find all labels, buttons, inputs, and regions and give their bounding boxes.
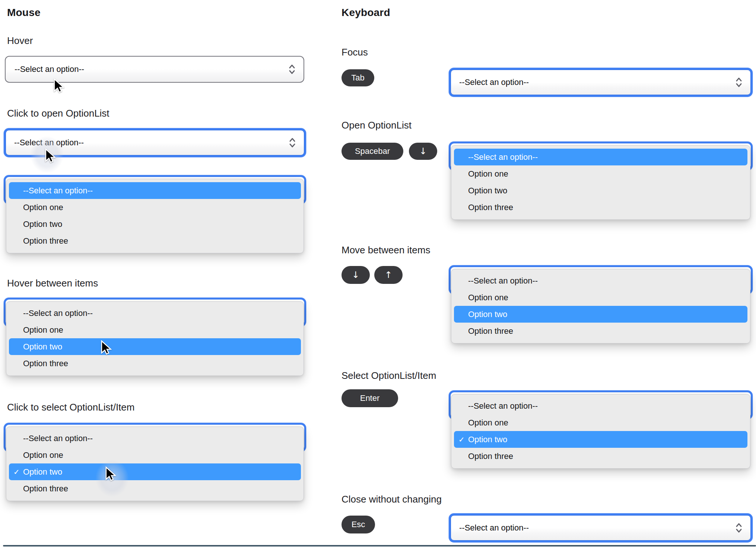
option-label: Option two [23, 342, 62, 352]
optionlist-panel: --Select an option-- Option one Option t… [6, 301, 304, 376]
option-label: --Select an option-- [23, 308, 93, 318]
stepper-icon [289, 137, 296, 148]
check-icon: ✓ [458, 435, 465, 444]
optionlist-dropdown-open: --Select an option-- Option one Option t… [4, 175, 306, 255]
key-badge-spacebar: Spacebar [342, 143, 403, 160]
optionlist-panel: --Select an option-- Option one Option t… [451, 269, 750, 343]
key-badge-tab: Tab [342, 69, 374, 86]
key-badge-arrow-down: ↓ [342, 266, 370, 284]
optionlist-dropdown-move: --Select an option-- Option one Option t… [449, 265, 753, 345]
optionlist-panel: --Select an option-- Option one Option t… [451, 145, 750, 220]
option-label: Option three [468, 452, 513, 461]
option-label: --Select an option-- [468, 401, 538, 411]
option-row-placeholder[interactable]: --Select an option-- [9, 305, 301, 321]
keyboard-heading: Keyboard [342, 7, 390, 19]
option-row-three[interactable]: Option three [9, 232, 301, 249]
cursor-icon [53, 78, 64, 94]
option-row-two[interactable]: Option two [454, 306, 747, 323]
option-row-three[interactable]: Option three [9, 480, 301, 497]
hover-items-label: Hover between items [7, 278, 98, 289]
option-row-three[interactable]: Option three [454, 323, 747, 339]
optionlist-dropdown-hover: --Select an option-- Option one Option t… [4, 298, 306, 377]
option-row-one[interactable]: Option one [454, 289, 747, 306]
optionlist-panel: --Select an option-- Option one ✓ Option… [6, 427, 304, 501]
option-label: Option two [23, 219, 62, 229]
optionlist-panel: --Select an option-- Option one ✓ Option… [451, 394, 750, 469]
option-label: Option three [23, 359, 68, 368]
move-items-label: Move between items [342, 244, 430, 256]
bottom-divider [3, 545, 756, 547]
option-row-three[interactable]: Option three [9, 355, 301, 372]
optionlist-dropdown-open-kb: --Select an option-- Option one Option t… [449, 142, 753, 221]
mouse-heading: Mouse [7, 7, 41, 19]
stepper-icon [736, 77, 742, 88]
focus-select[interactable]: --Select an option-- [449, 68, 753, 97]
option-label: Option two [468, 310, 507, 319]
option-label: --Select an option-- [468, 276, 538, 286]
option-label: --Select an option-- [23, 434, 93, 443]
focus-label: Focus [342, 47, 368, 58]
option-label: Option two [23, 467, 62, 477]
option-label: Option three [23, 484, 68, 494]
option-row-placeholder[interactable]: --Select an option-- [454, 149, 747, 165]
option-row-one[interactable]: Option one [9, 447, 301, 463]
option-row-two[interactable]: Option two [9, 338, 301, 355]
option-row-placeholder[interactable]: --Select an option-- [454, 397, 747, 414]
option-row-two[interactable]: Option two [454, 182, 747, 199]
click-open-label: Click to open OptionList [7, 108, 109, 119]
optionlist-panel: --Select an option-- Option one Option t… [6, 179, 304, 253]
open-optionlist-label: Open OptionList [342, 120, 412, 131]
option-row-one[interactable]: Option one [9, 199, 301, 216]
key-badge-arrow-down: ↓ [409, 143, 437, 160]
option-label: Option three [23, 236, 68, 246]
option-label: Option two [468, 435, 507, 444]
option-row-one[interactable]: Option one [454, 414, 747, 431]
hover-label: Hover [7, 35, 33, 47]
stepper-icon [289, 64, 295, 75]
option-label: Option one [23, 203, 63, 212]
select-placeholder: --Select an option-- [15, 64, 84, 74]
hover-select[interactable]: --Select an option-- [5, 56, 304, 83]
select-item-label: Select OptionList/Item [342, 370, 436, 381]
cursor-icon [105, 466, 116, 482]
key-badge-arrow-up: ↑ [374, 266, 403, 284]
option-row-three[interactable]: Option three [454, 448, 747, 465]
option-label: --Select an option-- [468, 152, 538, 162]
key-badge-enter: Enter [342, 389, 398, 407]
close-label: Close without changing [342, 494, 442, 505]
check-icon: ✓ [13, 468, 20, 476]
option-row-placeholder[interactable]: --Select an option-- [9, 430, 301, 447]
select-placeholder: --Select an option-- [459, 77, 529, 87]
page: Mouse Hover --Select an option-- Click t… [0, 0, 756, 548]
option-label: Option three [468, 203, 513, 212]
option-row-three[interactable]: Option three [454, 199, 747, 216]
option-row-two[interactable]: Option two [9, 216, 301, 232]
option-row-one[interactable]: Option one [454, 165, 747, 182]
close-select[interactable]: --Select an option-- [449, 513, 753, 542]
option-row-one[interactable]: Option one [9, 321, 301, 338]
option-row-placeholder[interactable]: --Select an option-- [454, 272, 747, 289]
option-label: Option one [23, 325, 63, 335]
option-label: Option one [468, 418, 508, 428]
option-label: Option one [468, 169, 508, 179]
key-badge-esc: Esc [342, 516, 375, 533]
stepper-icon [736, 522, 742, 533]
option-row-two-selected[interactable]: ✓ Option two [9, 463, 301, 480]
option-label: Option three [468, 326, 513, 336]
option-row-two-selected[interactable]: ✓ Option two [454, 431, 747, 448]
option-label: Option one [468, 293, 508, 302]
option-label: --Select an option-- [23, 186, 93, 196]
click-select-label: Click to select OptionList/Item [7, 402, 134, 413]
option-label: Option two [468, 186, 507, 196]
cursor-icon [45, 148, 56, 164]
option-label: Option one [23, 450, 63, 460]
cursor-icon [101, 340, 112, 356]
option-row-placeholder[interactable]: --Select an option-- [9, 182, 301, 199]
select-placeholder: --Select an option-- [459, 523, 529, 533]
optionlist-dropdown-select: --Select an option-- Option one ✓ Option… [4, 423, 306, 503]
optionlist-dropdown-select-kb: --Select an option-- Option one ✓ Option… [449, 390, 753, 470]
